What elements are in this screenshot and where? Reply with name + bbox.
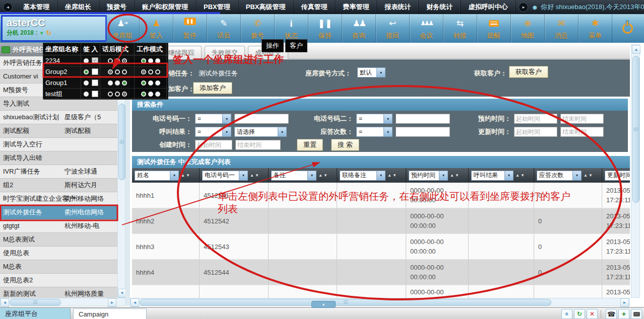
sidebar-item[interactable]: 测试导入空行: [0, 138, 117, 151]
end-time-input[interactable]: [560, 114, 604, 124]
toolbar-button-after-call[interactable]: ✎话后: [207, 14, 241, 43]
agent-group-row[interactable]: Group1: [43, 77, 168, 89]
sort-buttons[interactable]: ▲▼: [388, 173, 398, 178]
main-hscroll-thumb[interactable]: [140, 299, 551, 306]
work-mode-radio[interactable]: [155, 92, 160, 97]
work-mode-radio[interactable]: [148, 92, 153, 97]
add-customer-button[interactable]: 添加客户: [193, 82, 232, 94]
toolbar-button-conference[interactable]: ♟♟♟会议: [410, 14, 443, 43]
operator-select[interactable]: =▾: [195, 114, 231, 124]
menu-item[interactable]: 报表统计: [377, 0, 419, 14]
signin-checkbox[interactable]: [92, 79, 98, 86]
column-select[interactable]: 联络备注▾: [340, 171, 385, 181]
agent-group-row[interactable]: test组: [43, 89, 168, 100]
toolbar-button-status[interactable]: i状态: [275, 14, 308, 43]
menu-back-button[interactable]: ◂: [3, 3, 13, 12]
sidebar-item[interactable]: 使用总表: [0, 247, 117, 260]
sidebar-horizontal-scrollbar[interactable]: ◄ ►: [0, 298, 125, 306]
sort-buttons[interactable]: ▲▼: [181, 173, 191, 178]
start-time-input[interactable]: [514, 114, 557, 124]
context-tab[interactable]: 客户: [285, 39, 307, 52]
call-result-select[interactable]: 请选择▾: [234, 127, 287, 137]
reset-button[interactable]: 重置: [297, 139, 323, 151]
column-select[interactable]: 应答次数▾: [537, 171, 582, 181]
dial-mode-select[interactable]: 默认 ▾: [357, 67, 385, 77]
main-horizontal-scrollbar[interactable]: ◄ ►: [130, 298, 630, 306]
sidebar-item[interactable]: IVR广播任务宁波全球通: [0, 165, 117, 179]
aftercall-mode-radio[interactable]: [122, 92, 127, 97]
column-select[interactable]: 预约时间▾: [409, 171, 448, 181]
signin-radio[interactable]: [84, 92, 89, 97]
collapse-panel-button[interactable]: ▲: [311, 301, 336, 308]
toolbar-button-retrieve[interactable]: ↩接回: [376, 14, 410, 43]
signin-radio[interactable]: [84, 81, 89, 86]
column-select[interactable]: 呼叫结果▾: [471, 171, 513, 181]
sort-buttons[interactable]: ▲▼: [450, 173, 460, 178]
sidebar-item[interactable]: 测试配额测试配额: [0, 124, 117, 138]
aftercall-mode-radio[interactable]: [122, 81, 127, 86]
work-mode-radio[interactable]: [148, 69, 153, 74]
main-scroll-right-button[interactable]: ►: [620, 298, 629, 307]
operator-select[interactable]: =▾: [195, 127, 231, 137]
toolbar-button-message[interactable]: ✉消息: [545, 14, 578, 43]
aftercall-mode-radio[interactable]: [108, 92, 113, 97]
sidebar-hscroll-thumb[interactable]: [10, 299, 61, 306]
table-row[interactable]: hhhh245125420000-00-0000:00:0002013-05-1…: [132, 208, 630, 234]
work-mode-radio[interactable]: [141, 81, 146, 86]
work-mode-radio[interactable]: [141, 69, 146, 74]
search-button[interactable]: 搜 索: [331, 139, 359, 151]
work-mode-radio[interactable]: [141, 92, 146, 97]
sidebar-item[interactable]: 时学宝测试建立企业客户衢州移动网络: [0, 192, 117, 206]
menu-item[interactable]: 传真管理: [293, 0, 335, 14]
footer-button-phone[interactable]: ☎: [606, 309, 617, 319]
toolbar-button-hold[interactable]: ❚❚保持: [308, 14, 342, 43]
sidebar-item[interactable]: 使用总表2: [0, 274, 117, 287]
aftercall-mode-radio[interactable]: [122, 69, 127, 74]
sidebar-item[interactable]: 组2斯柯达六月: [0, 179, 117, 192]
logout-button[interactable]: [611, 14, 644, 43]
column-select[interactable]: 备注▾: [271, 171, 316, 181]
toolbar-button-transfer[interactable]: ⇆转接: [443, 14, 477, 43]
work-mode-radio[interactable]: [141, 58, 146, 63]
sidebar-item[interactable]: gtgtgt杭州移动-电: [0, 219, 117, 233]
footer-button-chat[interactable]: ⋯: [631, 309, 642, 319]
agent-group-row[interactable]: Group2: [43, 66, 168, 77]
aftercall-mode-radio[interactable]: [115, 92, 120, 97]
sort-buttons[interactable]: ▲▼: [584, 173, 594, 178]
context-tab[interactable]: 操作: [262, 39, 284, 52]
work-mode-radio[interactable]: [155, 69, 160, 74]
search-value-input[interactable]: [234, 114, 289, 124]
sidebar-item[interactable]: M总表测试: [0, 233, 117, 247]
aftercall-mode-radio[interactable]: [108, 81, 113, 86]
start-time-input[interactable]: [195, 140, 232, 150]
end-time-input[interactable]: [560, 127, 604, 137]
work-mode-radio[interactable]: [155, 81, 160, 86]
signin-radio[interactable]: [84, 58, 89, 63]
sidebar-item[interactable]: 测试外拨任务衢州电信网络: [0, 206, 117, 219]
aftercall-mode-radio[interactable]: [108, 69, 113, 74]
search-value-input[interactable]: [396, 114, 450, 124]
toolbar-button-remind[interactable]: 提醒: [477, 14, 511, 43]
footer-button-add[interactable]: +: [618, 309, 629, 319]
table-row[interactable]: hhhh145125410000-00-0000:00:0002013-05-1…: [132, 183, 630, 208]
operator-select[interactable]: =▾: [356, 127, 393, 137]
sort-buttons[interactable]: ▲▼: [318, 173, 329, 178]
toolbar-button-menu[interactable]: ✱菜单: [578, 14, 612, 43]
column-select[interactable]: 姓名▾: [135, 171, 179, 181]
menu-item[interactable]: 费率管理: [335, 0, 377, 14]
toolbar-button-sign-in[interactable]: ♟签入: [140, 14, 173, 43]
aftercall-mode-radio[interactable]: [115, 81, 120, 86]
aftercall-mode-radio[interactable]: [122, 58, 127, 63]
campaign-tab[interactable]: Campaign: [73, 308, 147, 319]
refresh-extension-icon[interactable]: ↻: [46, 29, 51, 37]
signin-checkbox[interactable]: [92, 68, 98, 75]
end-time-input[interactable]: [235, 140, 281, 150]
fetch-customer-button[interactable]: 获取客户: [509, 66, 548, 78]
menu-item[interactable]: 虚拟呼叫中心: [461, 0, 516, 14]
sidebar-item[interactable]: 新新的测试杭州网络质量: [0, 287, 117, 298]
footer-button-close[interactable]: ✕: [587, 309, 598, 319]
toolbar-button-dial[interactable]: ✆拨号: [241, 14, 275, 43]
main-scroll-left-button[interactable]: ◄: [131, 298, 139, 307]
sidebar-item[interactable]: shixuebao测试计划星级客户（5: [0, 111, 117, 124]
sort-buttons[interactable]: ▲▼: [250, 173, 260, 178]
